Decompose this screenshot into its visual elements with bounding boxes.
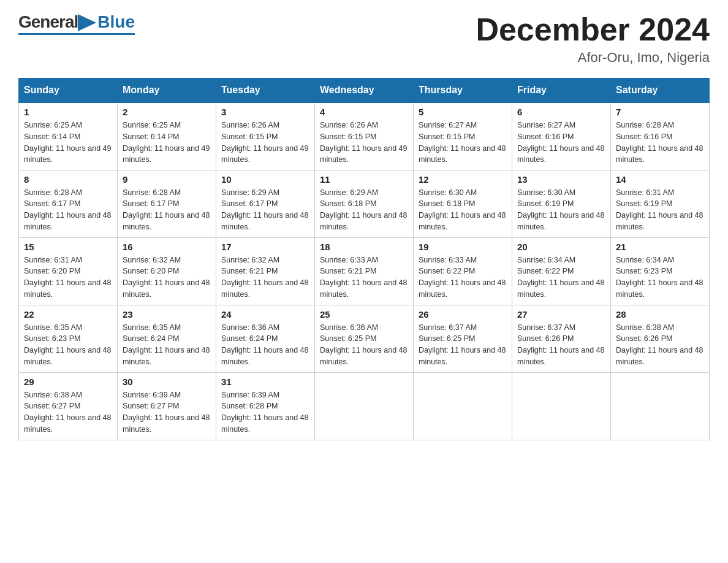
calendar-week-row: 22 Sunrise: 6:35 AMSunset: 6:23 PMDaylig… xyxy=(19,305,710,372)
day-info: Sunrise: 6:34 AMSunset: 6:22 PMDaylight:… xyxy=(517,256,604,299)
calendar-cell: 31 Sunrise: 6:39 AMSunset: 6:28 PMDaylig… xyxy=(216,372,315,440)
calendar-cell: 16 Sunrise: 6:32 AMSunset: 6:20 PMDaylig… xyxy=(118,237,216,305)
weekday-header-friday: Friday xyxy=(512,79,611,103)
calendar-week-row: 15 Sunrise: 6:31 AMSunset: 6:20 PMDaylig… xyxy=(19,237,710,305)
calendar-cell xyxy=(315,372,414,440)
day-info: Sunrise: 6:27 AMSunset: 6:16 PMDaylight:… xyxy=(517,121,604,164)
day-number: 30 xyxy=(123,377,211,387)
location-subtitle: Afor-Oru, Imo, Nigeria xyxy=(476,50,710,66)
weekday-header-saturday: Saturday xyxy=(611,79,710,103)
calendar-cell: 15 Sunrise: 6:31 AMSunset: 6:20 PMDaylig… xyxy=(19,237,118,305)
weekday-header-thursday: Thursday xyxy=(414,79,512,103)
calendar-cell: 30 Sunrise: 6:39 AMSunset: 6:27 PMDaylig… xyxy=(118,372,216,440)
day-number: 10 xyxy=(221,174,309,185)
day-number: 13 xyxy=(517,174,605,185)
calendar-cell xyxy=(611,372,710,440)
day-number: 29 xyxy=(24,377,112,387)
day-info: Sunrise: 6:30 AMSunset: 6:19 PMDaylight:… xyxy=(517,188,604,231)
svg-marker-0 xyxy=(78,14,96,31)
day-number: 17 xyxy=(221,242,309,252)
day-info: Sunrise: 6:25 AMSunset: 6:14 PMDaylight:… xyxy=(123,121,210,164)
calendar-cell: 10 Sunrise: 6:29 AMSunset: 6:17 PMDaylig… xyxy=(216,170,315,237)
day-info: Sunrise: 6:28 AMSunset: 6:17 PMDaylight:… xyxy=(123,188,210,231)
calendar-cell xyxy=(414,372,512,440)
calendar-cell: 5 Sunrise: 6:27 AMSunset: 6:15 PMDayligh… xyxy=(414,102,512,170)
calendar-cell: 28 Sunrise: 6:38 AMSunset: 6:26 PMDaylig… xyxy=(611,305,710,372)
calendar-cell xyxy=(512,372,611,440)
calendar-cell: 20 Sunrise: 6:34 AMSunset: 6:22 PMDaylig… xyxy=(512,237,611,305)
day-info: Sunrise: 6:31 AMSunset: 6:19 PMDaylight:… xyxy=(616,188,703,231)
calendar-cell: 23 Sunrise: 6:35 AMSunset: 6:24 PMDaylig… xyxy=(118,305,216,372)
day-info: Sunrise: 6:32 AMSunset: 6:20 PMDaylight:… xyxy=(123,256,210,299)
day-info: Sunrise: 6:31 AMSunset: 6:20 PMDaylight:… xyxy=(24,256,111,299)
day-info: Sunrise: 6:34 AMSunset: 6:23 PMDaylight:… xyxy=(616,256,703,299)
day-number: 14 xyxy=(616,174,704,185)
day-number: 6 xyxy=(517,107,605,117)
calendar-cell: 7 Sunrise: 6:28 AMSunset: 6:16 PMDayligh… xyxy=(611,102,710,170)
day-info: Sunrise: 6:37 AMSunset: 6:26 PMDaylight:… xyxy=(517,323,604,366)
calendar-cell: 27 Sunrise: 6:37 AMSunset: 6:26 PMDaylig… xyxy=(512,305,611,372)
calendar-cell: 26 Sunrise: 6:37 AMSunset: 6:25 PMDaylig… xyxy=(414,305,512,372)
day-number: 20 xyxy=(517,242,605,252)
calendar-cell: 11 Sunrise: 6:29 AMSunset: 6:18 PMDaylig… xyxy=(315,170,414,237)
weekday-header-row: SundayMondayTuesdayWednesdayThursdayFrid… xyxy=(19,79,710,103)
day-info: Sunrise: 6:33 AMSunset: 6:21 PMDaylight:… xyxy=(320,256,407,299)
calendar-cell: 12 Sunrise: 6:30 AMSunset: 6:18 PMDaylig… xyxy=(414,170,512,237)
day-number: 11 xyxy=(320,174,408,185)
day-info: Sunrise: 6:36 AMSunset: 6:24 PMDaylight:… xyxy=(221,323,308,366)
weekday-header-tuesday: Tuesday xyxy=(216,79,315,103)
day-number: 19 xyxy=(419,242,507,252)
day-number: 15 xyxy=(24,242,112,252)
day-info: Sunrise: 6:33 AMSunset: 6:22 PMDaylight:… xyxy=(419,256,506,299)
calendar-cell: 24 Sunrise: 6:36 AMSunset: 6:24 PMDaylig… xyxy=(216,305,315,372)
calendar-cell: 4 Sunrise: 6:26 AMSunset: 6:15 PMDayligh… xyxy=(315,102,414,170)
day-info: Sunrise: 6:28 AMSunset: 6:16 PMDaylight:… xyxy=(616,121,703,164)
logo-arrow-icon xyxy=(78,14,96,31)
weekday-header-monday: Monday xyxy=(118,79,216,103)
calendar-cell: 29 Sunrise: 6:38 AMSunset: 6:27 PMDaylig… xyxy=(19,372,118,440)
logo-blue-text: Blue xyxy=(97,12,135,32)
day-number: 9 xyxy=(123,174,211,185)
day-number: 8 xyxy=(24,174,112,185)
day-info: Sunrise: 6:27 AMSunset: 6:15 PMDaylight:… xyxy=(419,121,506,164)
day-number: 1 xyxy=(24,107,112,117)
title-block: December 2024 Afor-Oru, Imo, Nigeria xyxy=(476,12,710,66)
calendar-cell: 25 Sunrise: 6:36 AMSunset: 6:25 PMDaylig… xyxy=(315,305,414,372)
day-info: Sunrise: 6:29 AMSunset: 6:17 PMDaylight:… xyxy=(221,188,308,231)
calendar-cell: 6 Sunrise: 6:27 AMSunset: 6:16 PMDayligh… xyxy=(512,102,611,170)
calendar-week-row: 8 Sunrise: 6:28 AMSunset: 6:17 PMDayligh… xyxy=(19,170,710,237)
calendar-cell: 2 Sunrise: 6:25 AMSunset: 6:14 PMDayligh… xyxy=(118,102,216,170)
calendar-cell: 14 Sunrise: 6:31 AMSunset: 6:19 PMDaylig… xyxy=(611,170,710,237)
day-number: 7 xyxy=(616,107,704,117)
day-info: Sunrise: 6:38 AMSunset: 6:27 PMDaylight:… xyxy=(24,391,111,434)
day-number: 23 xyxy=(123,309,211,320)
day-number: 12 xyxy=(419,174,507,185)
weekday-header-wednesday: Wednesday xyxy=(315,79,414,103)
calendar-cell: 1 Sunrise: 6:25 AMSunset: 6:14 PMDayligh… xyxy=(19,102,118,170)
day-info: Sunrise: 6:38 AMSunset: 6:26 PMDaylight:… xyxy=(616,323,703,366)
weekday-header-sunday: Sunday xyxy=(19,79,118,103)
day-info: Sunrise: 6:39 AMSunset: 6:27 PMDaylight:… xyxy=(123,391,210,434)
calendar-cell: 8 Sunrise: 6:28 AMSunset: 6:17 PMDayligh… xyxy=(19,170,118,237)
day-info: Sunrise: 6:26 AMSunset: 6:15 PMDaylight:… xyxy=(221,121,308,164)
day-number: 2 xyxy=(123,107,211,117)
calendar-cell: 19 Sunrise: 6:33 AMSunset: 6:22 PMDaylig… xyxy=(414,237,512,305)
day-number: 26 xyxy=(419,309,507,320)
logo: General Blue xyxy=(18,12,135,35)
logo-general-text: General xyxy=(18,12,78,32)
month-year-title: December 2024 xyxy=(476,12,710,47)
calendar-week-row: 1 Sunrise: 6:25 AMSunset: 6:14 PMDayligh… xyxy=(19,102,710,170)
day-number: 18 xyxy=(320,242,408,252)
day-info: Sunrise: 6:28 AMSunset: 6:17 PMDaylight:… xyxy=(24,188,111,231)
day-info: Sunrise: 6:29 AMSunset: 6:18 PMDaylight:… xyxy=(320,188,407,231)
day-number: 24 xyxy=(221,309,309,320)
day-number: 27 xyxy=(517,309,605,320)
day-info: Sunrise: 6:25 AMSunset: 6:14 PMDaylight:… xyxy=(24,121,111,164)
day-number: 16 xyxy=(123,242,211,252)
day-info: Sunrise: 6:36 AMSunset: 6:25 PMDaylight:… xyxy=(320,323,407,366)
day-number: 25 xyxy=(320,309,408,320)
calendar-week-row: 29 Sunrise: 6:38 AMSunset: 6:27 PMDaylig… xyxy=(19,372,710,440)
calendar-cell: 18 Sunrise: 6:33 AMSunset: 6:21 PMDaylig… xyxy=(315,237,414,305)
day-info: Sunrise: 6:32 AMSunset: 6:21 PMDaylight:… xyxy=(221,256,308,299)
day-number: 31 xyxy=(221,377,309,387)
